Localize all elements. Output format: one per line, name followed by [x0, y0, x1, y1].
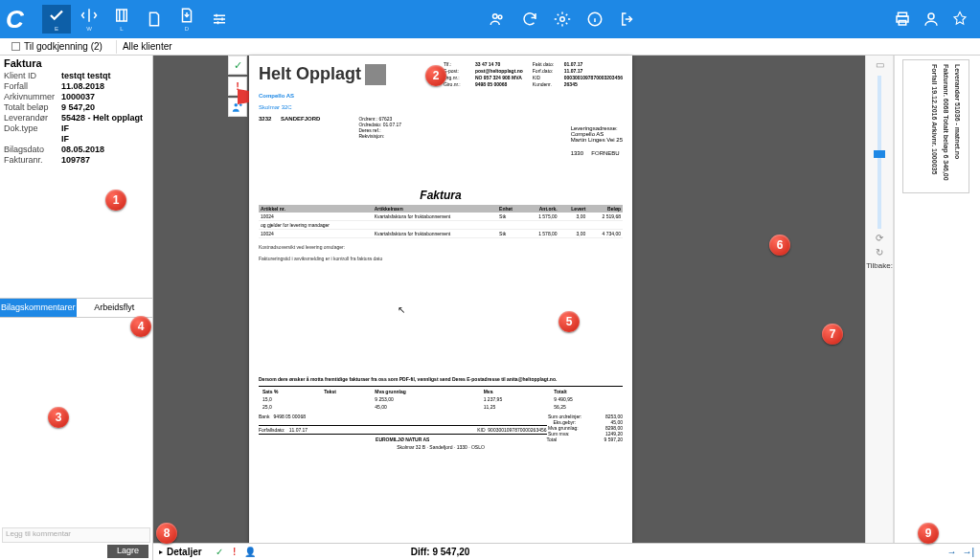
settings-sliders-button[interactable] — [205, 5, 234, 34]
info-icon[interactable] — [581, 5, 609, 34]
thumbnail-panel: Leverandør 51036 - matnet.no Fakturanr. … — [894, 56, 980, 560]
thumb-line-2: Fakturanr. 6068 Totalt beløp 6 346,00 — [943, 64, 949, 193]
key-hint: L — [120, 26, 123, 32]
badge-4: 4 — [130, 316, 151, 337]
badge-7: 7 — [822, 324, 843, 345]
history-icon[interactable]: ↻ — [876, 247, 883, 258]
details-label[interactable]: Detaljer — [167, 547, 202, 557]
due-value: 11.07.17 — [289, 427, 308, 433]
nav-next-icon[interactable]: → — [946, 547, 956, 557]
refresh-icon[interactable] — [515, 5, 544, 34]
document-button[interactable] — [140, 5, 169, 34]
comment-input[interactable]: Legg til kommentar — [2, 527, 150, 543]
badge-5: 5 — [558, 311, 580, 332]
bank-label: Bank — [259, 414, 269, 419]
svg-point-2 — [498, 15, 502, 19]
invoice-note-2: Faktureringstid i avviksmelding er i kon… — [259, 256, 623, 261]
key-hint: W — [86, 26, 92, 32]
zoom-top-icon[interactable]: ▭ — [876, 59, 884, 70]
badge-1: 1 — [105, 190, 126, 211]
people-icon[interactable] — [483, 5, 512, 34]
mini-approve-icon[interactable]: ✓ — [213, 546, 226, 559]
svg-point-3 — [559, 17, 564, 22]
thumb-line-1: Leverandør 51036 - matnet.no — [954, 64, 961, 193]
archive-button[interactable]: L — [107, 5, 136, 34]
puzzle-icon — [365, 64, 386, 85]
main: Faktura Klient IDtestqt testqtForfall11.… — [0, 56, 980, 560]
badge-2: 2 — [425, 65, 446, 86]
delivery-city: FORNEBU — [591, 150, 619, 156]
split-button[interactable]: W — [75, 5, 103, 34]
thumb-line-3: Forfall 19.12.2016 Arkivnr. 1000035 — [931, 64, 938, 193]
zip: 3232 — [259, 116, 271, 122]
left-tabs: Bilagskommentarer Arbeidsflyt — [0, 298, 152, 317]
invoice-meta: Faktura Klient IDtestqt testqtForfall11.… — [0, 56, 152, 168]
queue-tab-label: Til godkjenning (2) — [24, 41, 103, 52]
city: SANDEFJORD — [281, 116, 320, 122]
mini-forward-icon[interactable]: 👤 — [243, 546, 257, 559]
company-name: Compello AS — [259, 93, 623, 99]
line-items-table: Artikkel nr.ArtikkelnavnEnhetAnt.ork.Lev… — [259, 205, 623, 238]
queue-tab[interactable]: Til godkjenning (2) — [4, 40, 110, 53]
zoom-track[interactable] — [877, 76, 881, 229]
left-panel: Faktura Klient IDtestqt testqtForfall11.… — [0, 56, 153, 560]
export-button[interactable]: D — [172, 5, 201, 34]
zoom-thumb[interactable] — [874, 150, 885, 158]
meta-title: Faktura — [4, 57, 148, 69]
bottom-bar: ▸ Detaljer ✓ ! 👤 Diff: 9 547,20 → →| — [153, 543, 980, 560]
diff-label: Diff: 9 547,20 — [411, 547, 470, 557]
delivery-zip: 1330 — [571, 150, 583, 156]
tab-comments[interactable]: Bilagskommentarer — [0, 299, 77, 317]
brand-logo: C — [6, 5, 40, 34]
company-street: Skolmar 32C — [259, 104, 623, 110]
rotate-icon[interactable]: ⟳ — [876, 233, 883, 243]
back-label: Tilbake: — [866, 261, 893, 270]
checkbox-icon — [11, 42, 20, 51]
invoice-logo: Helt Opplagt — [259, 61, 386, 87]
doc-approve-button[interactable]: ✓ — [228, 56, 247, 75]
related-invoice-thumbnail[interactable]: Leverandør 51036 - matnet.no Fakturanr. … — [902, 59, 969, 193]
gear-icon[interactable] — [548, 5, 577, 34]
save-button[interactable]: Lagre — [107, 545, 148, 558]
badge-9: 9 — [918, 523, 939, 544]
user-icon[interactable] — [919, 5, 944, 34]
badge-3: 3 — [48, 407, 69, 428]
pdf-note: Dersom dere ønsker å motta fremtidige fa… — [259, 376, 623, 382]
invoice-footer-2: Skolmar 32 B · Sandefjord · 1330 · OSLO — [259, 444, 623, 450]
mouse-cursor: ↖ — [398, 304, 405, 315]
due-label: Forfallsdato: — [259, 427, 285, 433]
invoice-preview[interactable]: Helt Opplagt Tlf.:33 47 14 70E-post:post… — [249, 56, 632, 553]
svg-point-8 — [928, 13, 934, 19]
bank-value: 9498 05 00068 — [274, 414, 306, 419]
svg-rect-0 — [117, 10, 127, 21]
badge-6: 6 — [769, 235, 790, 256]
tab-workflow[interactable]: Arbeidsflyt — [77, 299, 153, 317]
sub-header: Til godkjenning (2) Alle klienter — [0, 38, 980, 56]
kid-label: KID — [477, 427, 485, 433]
comment-area — [0, 317, 152, 526]
document-area: ↖ ✓ ! Helt Opplagt — [153, 56, 980, 560]
print-icon[interactable] — [890, 5, 915, 34]
mini-reject-icon[interactable]: ! — [228, 546, 241, 559]
invoice-note-1: Kostnadsoversikt ved levering onsdager: — [259, 244, 623, 250]
key-hint: E — [55, 26, 58, 32]
kid-value: 9003001097870000263456 — [488, 427, 546, 433]
badge-8: 8 — [156, 523, 177, 544]
invoice-title: Faktura — [259, 189, 623, 202]
delivery-street: Martin Linges Vei 25 — [571, 137, 623, 143]
summary-table: Sats %TekstMva grunnlagMvaTotalt 15,09 2… — [259, 386, 623, 412]
exit-icon[interactable] — [613, 5, 642, 34]
expand-icon[interactable]: ▸ — [159, 548, 163, 556]
topbar: C E W L D — [0, 0, 980, 38]
clients-tab[interactable]: Alle klienter — [123, 41, 172, 52]
svg-point-1 — [492, 14, 497, 19]
nav-last-icon[interactable]: →| — [962, 547, 974, 557]
key-hint: D — [185, 26, 189, 32]
pin-icon[interactable] — [947, 5, 972, 34]
zoom-slider-strip: ▭ ⟳ ↻ Tilbake: — [865, 56, 894, 560]
approve-button[interactable]: E — [42, 5, 71, 34]
